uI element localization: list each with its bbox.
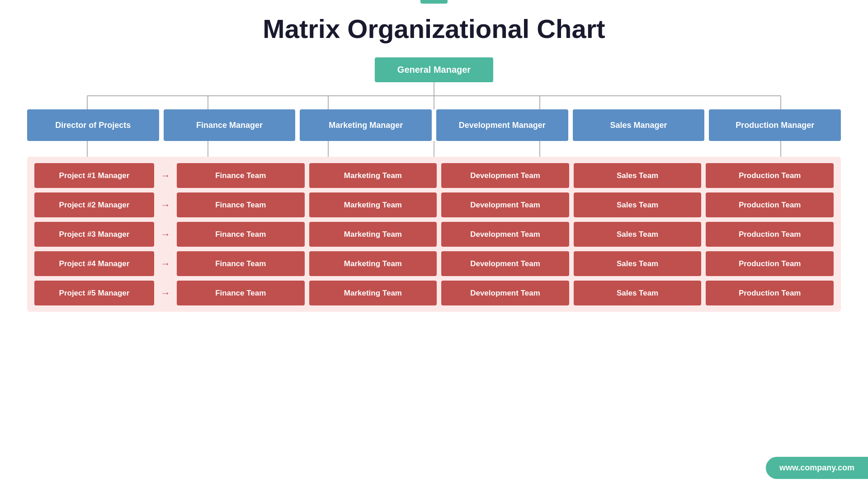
team-4-3: Sales Team (574, 281, 702, 305)
team-2-4: Production Team (706, 222, 834, 247)
footer-website-badge: www.company.com (766, 457, 868, 479)
gm-row: General Manager (27, 57, 841, 82)
manager-box-4: Sales Manager (573, 109, 705, 141)
page-container: Matrix Organizational Chart General Mana… (0, 0, 868, 488)
general-manager-box: General Manager (375, 57, 493, 82)
team-2-3: Sales Team (574, 222, 702, 247)
manager-box-3: Development Manager (436, 109, 568, 141)
team-2-1: Marketing Team (309, 222, 437, 247)
team-1-4: Production Team (706, 192, 834, 217)
project-manager-0: Project #1 Manager (34, 163, 154, 188)
team-3-1: Marketing Team (309, 251, 437, 276)
matrix-row-4: Project #5 Manager → Finance Team Market… (34, 281, 834, 305)
arrow-3: → (159, 258, 172, 270)
project-manager-3: Project #4 Manager (34, 251, 154, 276)
matrix-row-1: Project #2 Manager → Finance Team Market… (34, 192, 834, 217)
matrix-row-3: Project #4 Manager → Finance Team Market… (34, 251, 834, 276)
manager-box-0: Director of Projects (27, 109, 159, 141)
team-3-4: Production Team (706, 251, 834, 276)
team-3-0: Finance Team (177, 251, 305, 276)
team-1-2: Development Team (441, 192, 569, 217)
team-4-4: Production Team (706, 281, 834, 305)
connector-area (27, 82, 841, 109)
team-3-3: Sales Team (574, 251, 702, 276)
matrix-row-0: Project #1 Manager → Finance Team Market… (34, 163, 834, 188)
arrow-4: → (159, 287, 172, 299)
arrow-2: → (159, 229, 172, 240)
team-1-1: Marketing Team (309, 192, 437, 217)
team-3-2: Development Team (441, 251, 569, 276)
team-4-0: Finance Team (177, 281, 305, 305)
team-2-2: Development Team (441, 222, 569, 247)
team-0-1: Marketing Team (309, 163, 437, 188)
top-accent (420, 0, 448, 4)
matrix-row-2: Project #3 Manager → Finance Team Market… (34, 222, 834, 247)
vert-connector-svg (27, 141, 841, 157)
team-0-3: Sales Team (574, 163, 702, 188)
project-manager-1: Project #2 Manager (34, 192, 154, 217)
arrow-0: → (159, 170, 172, 182)
project-manager-4: Project #5 Manager (34, 281, 154, 305)
team-0-0: Finance Team (177, 163, 305, 188)
manager-box-2: Marketing Manager (300, 109, 432, 141)
team-1-3: Sales Team (574, 192, 702, 217)
project-manager-2: Project #3 Manager (34, 222, 154, 247)
page-title: Matrix Organizational Chart (263, 14, 605, 44)
team-4-1: Marketing Team (309, 281, 437, 305)
team-2-0: Finance Team (177, 222, 305, 247)
manager-box-5: Production Manager (709, 109, 841, 141)
vert-connector-row (27, 141, 841, 157)
managers-row: Director of Projects Finance Manager Mar… (27, 109, 841, 141)
team-0-2: Development Team (441, 163, 569, 188)
team-0-4: Production Team (706, 163, 834, 188)
connector-svg (27, 82, 841, 109)
arrow-1: → (159, 199, 172, 211)
team-4-2: Development Team (441, 281, 569, 305)
manager-box-1: Finance Manager (164, 109, 296, 141)
matrix-container: Project #1 Manager → Finance Team Market… (27, 157, 841, 312)
team-1-0: Finance Team (177, 192, 305, 217)
